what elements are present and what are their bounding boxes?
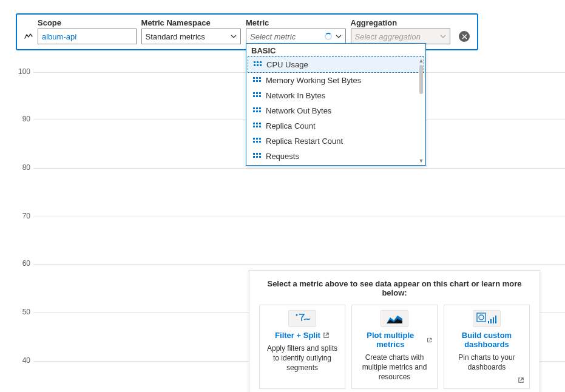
scrollbar-thumb[interactable] — [419, 65, 423, 94]
svg-rect-36 — [253, 153, 255, 155]
external-link-icon — [323, 332, 330, 339]
svg-rect-20 — [259, 107, 261, 109]
svg-rect-0 — [254, 61, 255, 63]
dropdown-section-header: BASIC — [246, 44, 425, 56]
svg-rect-6 — [253, 77, 255, 79]
metric-dropdown: BASIC CPU Usage Memory Working Set Bytes… — [246, 43, 426, 166]
dropdown-scrollbar[interactable]: ▲ ▼ — [418, 58, 424, 164]
filter-split-icon — [288, 310, 316, 327]
svg-rect-32 — [259, 138, 261, 140]
dropdown-item-net-in[interactable]: Network In Bytes — [246, 88, 425, 103]
close-icon — [462, 34, 467, 39]
gridline: 70 — [0, 217, 565, 226]
svg-rect-1 — [257, 61, 259, 63]
svg-rect-9 — [253, 80, 255, 82]
remove-metric-button[interactable] — [459, 31, 470, 42]
dropdown-item-replica-restart[interactable]: Replica Restart Count — [246, 133, 425, 149]
dropdown-item-requests[interactable]: Requests — [246, 149, 425, 164]
tile-desc: Create charts with multiple metrics and … — [357, 353, 432, 382]
metric-icon — [252, 152, 261, 161]
scope-label: Scope — [38, 18, 137, 27]
metric-label: Metric — [246, 18, 345, 27]
svg-rect-46 — [490, 319, 492, 323]
svg-rect-23 — [259, 110, 261, 112]
dropdown-item-memory[interactable]: Memory Working Set Bytes — [246, 73, 425, 88]
aggregation-placeholder: Select aggregation — [355, 32, 421, 41]
area-chart-icon — [381, 310, 408, 327]
svg-rect-24 — [253, 123, 255, 124]
svg-rect-8 — [259, 77, 261, 79]
ytick-label: 50 — [0, 308, 30, 316]
svg-point-44 — [479, 315, 484, 320]
svg-rect-41 — [259, 156, 261, 158]
svg-rect-38 — [259, 153, 261, 155]
ytick-label: 70 — [0, 212, 30, 220]
scope-selector[interactable]: album-api — [38, 29, 137, 44]
dropdown-item-label: Memory Working Set Bytes — [266, 76, 361, 85]
svg-rect-5 — [260, 64, 262, 66]
help-card: Select a metric above to see data appear… — [249, 270, 540, 392]
help-tile-filter-split[interactable]: Filter + Split Apply filters and splits … — [259, 305, 345, 389]
svg-rect-34 — [256, 141, 258, 143]
svg-rect-39 — [253, 156, 255, 158]
help-tile-multiple-metrics[interactable]: Plot multiple metrics Create charts with… — [351, 305, 438, 389]
tile-link[interactable]: Build custom dashboards — [449, 331, 524, 349]
dropdown-item-label: Replica Count — [266, 121, 316, 130]
dashboard-icon — [473, 310, 501, 327]
dropdown-item-replica-count[interactable]: Replica Count — [246, 118, 425, 133]
svg-rect-30 — [253, 138, 255, 140]
chevron-down-icon — [336, 33, 342, 39]
ytick-label: 40 — [0, 356, 30, 365]
metric-icon — [252, 107, 261, 115]
dropdown-item-label: Network In Bytes — [266, 91, 325, 100]
svg-rect-11 — [259, 80, 261, 82]
svg-rect-7 — [256, 77, 258, 79]
external-link-icon — [427, 337, 433, 343]
scroll-down-icon[interactable]: ▼ — [418, 158, 424, 164]
svg-rect-27 — [253, 126, 255, 127]
svg-rect-10 — [256, 80, 258, 82]
tile-desc: Apply filters and splits to identify out… — [265, 343, 340, 373]
svg-rect-22 — [256, 110, 258, 112]
tile-link[interactable]: Filter + Split — [275, 331, 330, 340]
external-link-icon — [518, 377, 524, 384]
namespace-label: Metric Namespace — [141, 18, 241, 27]
ytick-label: 90 — [0, 115, 30, 123]
metric-placeholder: Select metric — [250, 32, 296, 41]
ytick-label: 60 — [0, 259, 30, 268]
svg-rect-37 — [256, 153, 258, 155]
scope-value: album-api — [42, 32, 76, 41]
ytick-label: 80 — [0, 163, 30, 172]
svg-rect-21 — [253, 110, 255, 112]
loading-spinner-icon — [325, 33, 332, 40]
namespace-value: Standard metrics — [146, 32, 205, 41]
svg-rect-45 — [488, 321, 489, 323]
svg-rect-13 — [256, 92, 258, 94]
metric-icon — [252, 137, 261, 146]
chevron-down-icon — [440, 33, 446, 39]
dropdown-item-label: Network Out Bytes — [266, 106, 331, 115]
help-tile-dashboards[interactable]: Build custom dashboards Pin charts to yo… — [444, 305, 530, 389]
metric-icon — [252, 92, 261, 100]
svg-rect-17 — [259, 95, 261, 97]
help-title: Select a metric above to see data appear… — [259, 279, 530, 297]
svg-rect-4 — [257, 64, 259, 66]
dropdown-item-label: Requests — [266, 152, 299, 161]
tile-link[interactable]: Plot multiple metrics — [357, 331, 432, 349]
svg-rect-14 — [259, 92, 261, 94]
namespace-selector[interactable]: Standard metrics — [141, 29, 241, 44]
scroll-up-icon[interactable]: ▲ — [418, 58, 424, 64]
metric-selector[interactable]: Select metric — [246, 29, 345, 44]
svg-rect-15 — [253, 95, 255, 97]
metric-icon — [252, 122, 261, 130]
svg-rect-26 — [259, 123, 261, 124]
dropdown-item-net-out[interactable]: Network Out Bytes — [246, 103, 425, 118]
dropdown-item-cpu-usage[interactable]: CPU Usage — [248, 56, 424, 73]
aggregation-selector: Select aggregation — [351, 29, 450, 44]
metric-icon — [253, 61, 262, 69]
svg-rect-31 — [256, 138, 258, 140]
dropdown-item-label: CPU Usage — [266, 60, 308, 69]
svg-rect-29 — [259, 126, 261, 127]
svg-rect-25 — [256, 123, 258, 124]
chevron-down-icon — [231, 33, 237, 39]
